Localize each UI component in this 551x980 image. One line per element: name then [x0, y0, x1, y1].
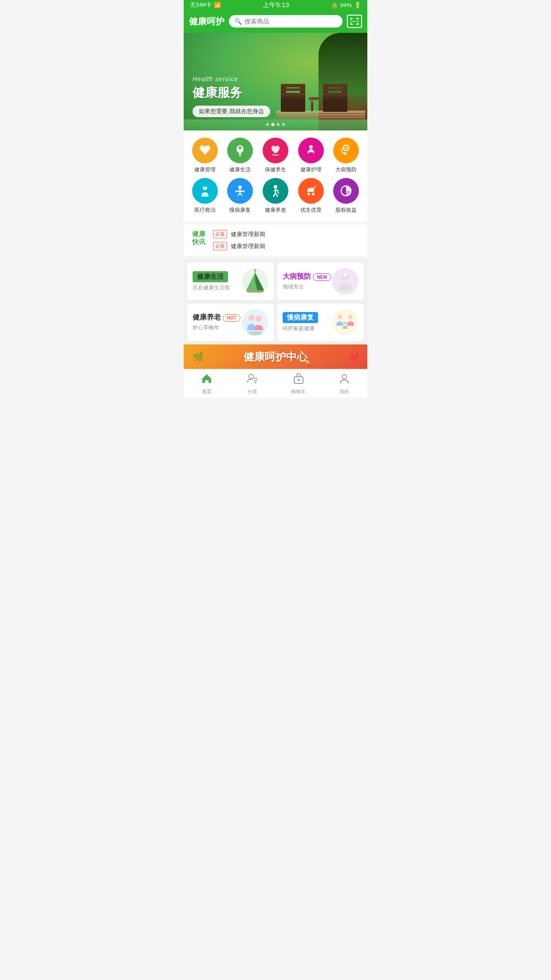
news-section: 健康 快讯 必看 健康管理新闻 必看 健康管理新闻 [184, 225, 367, 256]
svg-point-78 [297, 379, 299, 381]
promo-card-title-chronic-rehab-card: 慢病康复 [283, 312, 318, 323]
svg-line-53 [314, 186, 315, 188]
news-item-1[interactable]: 必看 健康管理新闻 [213, 242, 361, 250]
news-badge-top: 健康 [192, 230, 205, 238]
app-title: 健康呵护 [189, 16, 224, 28]
svg-point-72 [343, 321, 347, 325]
category-item-medical-rescue[interactable]: 医疗救治 [188, 178, 222, 214]
status-right: 🔒 94% 🔋 [331, 2, 361, 8]
category-icon-health-care [263, 138, 288, 163]
svg-rect-17 [281, 88, 305, 91]
must-read-tag-0: 必看 [213, 230, 227, 238]
category-icon-medical-rescue [192, 178, 218, 204]
category-item-health-elderly[interactable]: 健康养老 [259, 178, 292, 214]
category-item-equity-income[interactable]: 股权收益 [329, 178, 363, 214]
svg-point-70 [338, 315, 342, 319]
svg-rect-10 [276, 114, 365, 116]
category-icon-healthy-life [227, 138, 253, 163]
promo-card-left-health-elderly-card: 健康养老 HOT 舒心享晚年 [193, 313, 240, 332]
svg-point-71 [348, 315, 353, 319]
svg-rect-1 [350, 18, 351, 20]
category-label-health-management: 健康管理 [194, 166, 216, 174]
category-icon-health-elderly [263, 178, 288, 204]
search-input[interactable] [244, 18, 337, 25]
promo-tag-health-elderly-card: HOT [223, 314, 240, 322]
svg-rect-16 [281, 84, 305, 87]
promo-card-disease-prevention-card[interactable]: 大病预防 NEW 领域专注 [277, 263, 364, 300]
category-item-health-care[interactable]: 保健养生 [259, 138, 292, 174]
svg-rect-5 [350, 23, 351, 25]
category-icon-eugenics [298, 178, 324, 204]
banner: Health service 健康服务 如果您需要,我就在您身边 [184, 33, 367, 130]
promo-card-sub-chronic-rehab-card: 呵护家庭健康 [283, 325, 318, 332]
category-label-health-care: 保健养生 [265, 166, 286, 174]
scan-icon[interactable] [347, 15, 362, 28]
svg-rect-30 [239, 153, 241, 156]
category-item-health-management[interactable]: 健康管理 [188, 138, 222, 174]
promo-img-healthy-life-card [242, 268, 268, 295]
news-item-0[interactable]: 必看 健康管理新闻 [213, 230, 361, 238]
category-item-chronic-rehab[interactable]: 慢病康复 [224, 178, 257, 214]
svg-point-68 [246, 331, 264, 336]
promo-card-sub-disease-prevention-card: 领域专注 [283, 283, 331, 291]
svg-point-73 [249, 374, 253, 379]
svg-point-32 [309, 145, 313, 149]
svg-rect-25 [323, 93, 347, 95]
svg-rect-23 [323, 84, 347, 87]
svg-rect-46 [243, 190, 244, 192]
nav-item-category[interactable]: 分类 [230, 369, 276, 398]
nav-icon-cart [293, 373, 304, 387]
svg-rect-24 [323, 88, 347, 91]
category-label-eugenics: 优生优育 [300, 206, 322, 214]
svg-rect-42 [205, 185, 205, 188]
svg-rect-3 [358, 18, 358, 20]
banner-title: 健康服务 [193, 84, 270, 101]
category-icon-health-nursing [298, 138, 324, 163]
nav-item-cart[interactable]: 购物车 [276, 369, 322, 398]
must-read-tag-1: 必看 [213, 242, 227, 250]
category-item-eugenics[interactable]: 优生优育 [294, 178, 328, 214]
nav-icon-home [201, 373, 213, 387]
svg-rect-11 [276, 116, 365, 119]
category-label-health-nursing: 健康护理 [300, 166, 322, 174]
nav-icon-mine [338, 373, 350, 387]
category-item-healthy-life[interactable]: 健康生活 [224, 138, 257, 174]
nav-label-mine: 我的 [339, 388, 349, 395]
category-icon-disease-prevention [333, 138, 359, 163]
news-items: 必看 健康管理新闻 必看 健康管理新闻 [213, 230, 361, 250]
category-label-healthy-life: 健康生活 [229, 166, 251, 174]
category-item-disease-prevention[interactable]: 大病预防 [329, 138, 363, 174]
battery-icon: 🔋 [354, 2, 361, 8]
search-bar[interactable]: 🔍 [229, 15, 342, 28]
promo-card-left-disease-prevention-card: 大病预防 NEW 领域专注 [283, 272, 331, 291]
svg-rect-13 [281, 99, 305, 112]
svg-point-59 [254, 269, 256, 271]
promo-card-health-elderly-card[interactable]: 健康养老 HOT 舒心享晚年 [187, 304, 274, 341]
promo-card-title-health-elderly-card: 健康养老 HOT [193, 313, 240, 322]
svg-rect-7 [358, 23, 358, 25]
svg-rect-26 [309, 97, 320, 100]
svg-point-39 [344, 152, 346, 155]
category-label-equity-income: 股权收益 [335, 206, 357, 214]
nav-item-home[interactable]: 首页 [184, 369, 230, 398]
category-label-health-elderly: 健康养老 [265, 206, 286, 214]
svg-point-79 [342, 375, 346, 379]
promo-card-title-healthy-life-card: 健康生活 [193, 271, 230, 282]
network-label: 无SIM卡 [190, 1, 212, 9]
nav-item-mine[interactable]: 我的 [322, 369, 368, 398]
promo-card-chronic-rehab-card[interactable]: 慢病康复 呵护家庭健康 [277, 304, 364, 341]
svg-point-43 [238, 186, 242, 189]
nav-label-cart: 购物车 [291, 388, 306, 395]
category-label-disease-prevention: 大病预防 [335, 166, 357, 174]
svg-rect-18 [281, 93, 305, 95]
category-icon-equity-income [333, 178, 359, 204]
news-badge: 健康 快讯 [190, 230, 208, 246]
lock-icon: 🔒 [331, 2, 338, 8]
svg-line-49 [278, 190, 279, 194]
promo-card-healthy-life-card[interactable]: 健康生活 尽在健康生活馆 [187, 263, 274, 300]
category-grid: 健康管理 健康生活 保健养生 健康护理 大病预防 医疗救治 慢病康复 [188, 138, 363, 214]
category-item-health-nursing[interactable]: 健康护理 [294, 138, 328, 174]
svg-point-51 [312, 193, 315, 195]
promo-img-disease-prevention-card [332, 268, 358, 295]
promo-card-left-chronic-rehab-card: 慢病康复 呵护家庭健康 [283, 312, 318, 332]
